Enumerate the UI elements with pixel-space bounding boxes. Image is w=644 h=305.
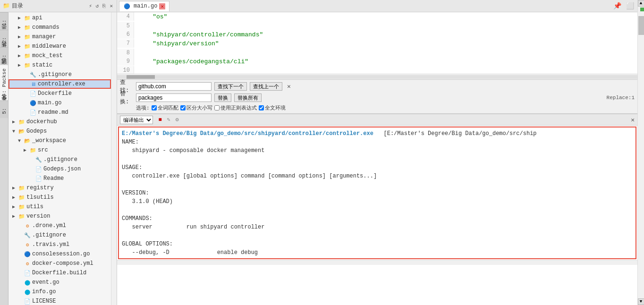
tree-item-drone-yml[interactable]: ⚙ .drone.yml xyxy=(8,221,111,230)
tree-item-tlsutils[interactable]: ▶ 📁 tlsutils xyxy=(8,193,111,202)
go-file-icon: 🔵 xyxy=(29,100,37,106)
folder-icon-version: 📁 xyxy=(18,213,25,220)
vtab-1[interactable]: 1: 图集 xyxy=(0,12,8,30)
tree-item-src[interactable]: ▶ 📁 src xyxy=(8,145,111,155)
settings-icon[interactable]: ⚙ xyxy=(174,117,180,123)
tree-item-info-go[interactable]: ⬤ info.go xyxy=(8,287,111,297)
folder-icon: 📁 xyxy=(24,34,31,40)
tree-item-consolesession[interactable]: 🔵 consolesession.go xyxy=(8,249,111,259)
scroll-track[interactable] xyxy=(638,7,644,298)
scope-checkbox[interactable] xyxy=(259,105,264,110)
tree-item-controller-exe[interactable]: 🖥 controller.exe xyxy=(8,79,111,89)
output-close-button[interactable]: ✕ xyxy=(631,116,635,124)
output-bottom-scrollbar[interactable] xyxy=(117,260,637,265)
scope-option[interactable]: 全文环境 xyxy=(259,104,286,111)
case-option[interactable]: 区分大小写 xyxy=(180,104,212,111)
scroll-indicator xyxy=(640,8,644,11)
tree-arrow-static[interactable]: ▶ xyxy=(18,62,24,68)
tree-item-gitignore1[interactable]: 🔧 .gitignore xyxy=(8,70,111,79)
tab-main-go[interactable]: 🔵 main.go ✕ xyxy=(119,1,169,11)
close-icon[interactable]: ✕ xyxy=(109,2,114,9)
scroll-up-button[interactable]: ▲ xyxy=(638,0,644,7)
tree-arrow-dockerhub[interactable]: ▶ xyxy=(12,119,18,125)
tree-item-readme[interactable]: 📄 readme.md xyxy=(8,108,111,117)
tree-item-commands[interactable]: ▶ 📁 commands xyxy=(8,23,111,32)
tree-item-gitignore3[interactable]: 🔧 .gitignore xyxy=(8,230,111,240)
tree-item-dockerhub[interactable]: ▶ 📁 dockerhub xyxy=(8,117,111,127)
tree-item-version[interactable]: ▶ 📁 version xyxy=(8,212,111,221)
tree-item-manager[interactable]: ▶ 📁 manager xyxy=(8,32,111,42)
tree-arrow-mock_test[interactable]: ▶ xyxy=(18,53,24,59)
tree-arrow-src[interactable]: ▶ xyxy=(24,147,29,153)
tree-arrow-middleware[interactable]: ▶ xyxy=(18,43,24,49)
scroll-down-button[interactable]: ▼ xyxy=(638,298,644,305)
vtab-2[interactable]: 2: 类 xyxy=(0,30,8,47)
whole-word-option[interactable]: 全词匹配 xyxy=(152,104,178,111)
tree-item-travis-yml[interactable]: ⚙ .travis.yml xyxy=(8,240,111,249)
right-scrollbar[interactable]: ▲ ▼ xyxy=(637,0,644,305)
find-next-button[interactable]: 查找下一个 xyxy=(214,82,247,91)
output-line-help: --help, -h show help xyxy=(122,257,633,259)
copy-icon[interactable]: ⎘ xyxy=(102,3,107,9)
output-select[interactable]: 编译输出 xyxy=(120,116,153,124)
sidebar-content: 1: 图集 2: 类 3: 大坏 4: Packse测试 5: 文件夹 ▶ 📁 … xyxy=(0,12,117,305)
tree-item-registry[interactable]: ▶ 📁 registry xyxy=(8,183,111,193)
stop-run-icon[interactable]: ■ xyxy=(157,117,163,123)
tree-item-middleware[interactable]: ▶ 📁 middleware xyxy=(8,42,111,51)
tree-arrow-commands[interactable]: ▶ xyxy=(18,25,24,30)
replace-button[interactable]: 替换 xyxy=(214,93,231,102)
output-blank1 xyxy=(122,155,633,163)
sidebar-header-icons: ⚡ ↺ ⎘ ✕ xyxy=(88,2,114,9)
filter-icon[interactable]: ⚡ xyxy=(88,2,93,9)
edit-icon[interactable]: ✎ xyxy=(165,117,172,123)
code-scrollbar-thumb[interactable] xyxy=(127,75,155,79)
tree-item-docker-compose[interactable]: ⚙ docker-compose.yml xyxy=(8,259,111,268)
tree-item-mock_test[interactable]: ▶ 📁 mock_test xyxy=(8,51,111,60)
tree-item-license[interactable]: 📄 LICENSE xyxy=(8,297,111,305)
tree-item-dockerfile-build[interactable]: 📄 Dockerfile.build xyxy=(8,268,111,278)
tree-item-api[interactable]: ▶ 📁 api xyxy=(8,13,111,23)
tree-arrow-tlsutils[interactable]: ▶ xyxy=(12,195,18,200)
vtab-4[interactable]: 4: Packse测试 xyxy=(0,64,8,100)
tree-item-gitignore2[interactable]: 🔧 .gitignore xyxy=(8,155,111,164)
code-scrollbar-track[interactable] xyxy=(117,75,637,79)
tree-arrow-version[interactable]: ▶ xyxy=(12,213,18,219)
regex-checkbox[interactable] xyxy=(214,105,220,110)
tree-item-godeps-json[interactable]: 📄 Godeps.json xyxy=(8,164,111,174)
tree-item-readme2[interactable]: 📄 Readme xyxy=(8,174,111,183)
regex-option[interactable]: 使用正则表达式 xyxy=(214,104,257,111)
tree-arrow-workspace[interactable]: ▼ xyxy=(18,138,24,144)
tree-item-utils[interactable]: ▶ 📁 utils xyxy=(8,202,111,212)
tree-item-workspace[interactable]: ▼ 📂 _workspace xyxy=(8,136,111,145)
find-close-button[interactable]: ✕ xyxy=(287,83,291,90)
code-h-scrollbar[interactable] xyxy=(117,74,637,79)
output-content[interactable]: E:/Master's Degree/Big Data/go_demo/src/… xyxy=(118,127,636,259)
tree-arrow-utils[interactable]: ▶ xyxy=(12,204,18,210)
tree-item-static[interactable]: ▶ 📁 static xyxy=(8,60,111,70)
find-prev-button[interactable]: 查找上一个 xyxy=(250,82,282,91)
tree-item-dockerfile[interactable]: 📄 Dockerfile xyxy=(8,89,111,98)
docker-compose-icon: ⚙ xyxy=(24,260,31,267)
tab-action-split[interactable]: ⬜ xyxy=(625,2,636,10)
tree-arrow-api[interactable]: ▶ xyxy=(18,15,24,21)
tree-item-main-go[interactable]: 🔵 main.go xyxy=(8,98,111,108)
tree-arrow-registry[interactable]: ▶ xyxy=(12,185,18,191)
replace-input[interactable] xyxy=(136,93,212,102)
case-checkbox[interactable] xyxy=(180,105,186,110)
tree-item-event-go[interactable]: ⬤ event.go xyxy=(8,278,111,287)
whole-word-checkbox[interactable] xyxy=(152,105,157,110)
output-line-version-val: 3.1.0 (HEAD) xyxy=(122,197,633,206)
tab-action-pin[interactable]: 📌 xyxy=(612,2,623,10)
sidebar-scrollbar[interactable] xyxy=(111,12,117,305)
tree-item-godeps[interactable]: ▼ 📂 Godeps xyxy=(8,127,111,136)
replace-all-button[interactable]: 替换所有 xyxy=(234,93,262,102)
tab-close-btn[interactable]: ✕ xyxy=(159,3,165,9)
refresh-icon[interactable]: ↺ xyxy=(95,2,100,9)
tree-arrow-godeps[interactable]: ▼ xyxy=(12,129,18,134)
scroll-thumb[interactable] xyxy=(638,16,644,35)
code-editor[interactable]: 4 "os" 5 6 "shipyard/controller/commands… xyxy=(117,12,637,74)
tree-arrow-manager[interactable]: ▶ xyxy=(18,34,24,40)
vtab-3[interactable]: 3: 大坏 xyxy=(0,47,8,65)
vtab-5[interactable]: 5: 文件夹 xyxy=(0,101,8,118)
find-input[interactable] xyxy=(136,82,212,91)
